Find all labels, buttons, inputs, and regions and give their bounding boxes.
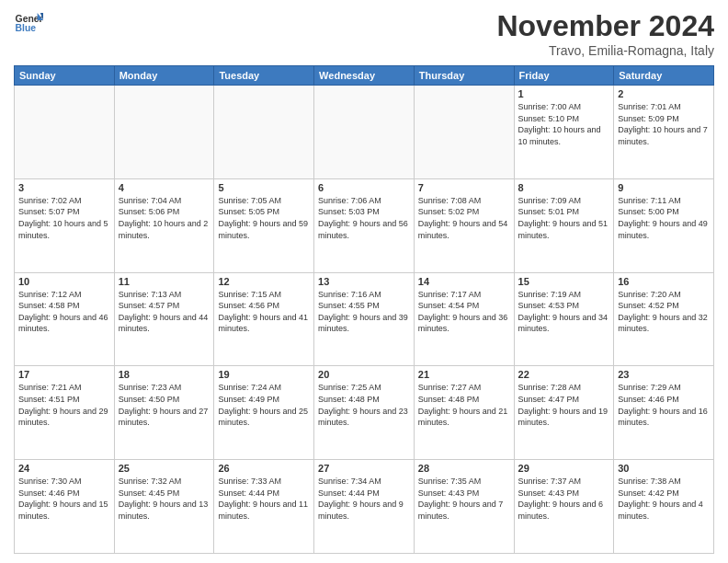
calendar-cell <box>15 86 115 179</box>
day-info: Sunrise: 7:13 AM Sunset: 4:57 PM Dayligh… <box>119 289 210 335</box>
calendar-table: SundayMondayTuesdayWednesdayThursdayFrid… <box>14 65 714 554</box>
calendar-cell: 3Sunrise: 7:02 AM Sunset: 5:07 PM Daylig… <box>15 178 115 272</box>
day-info: Sunrise: 7:24 AM Sunset: 4:49 PM Dayligh… <box>218 382 310 428</box>
calendar-cell: 2Sunrise: 7:01 AM Sunset: 5:09 PM Daylig… <box>614 86 714 179</box>
day-info: Sunrise: 7:02 AM Sunset: 5:07 PM Dayligh… <box>18 195 110 241</box>
week-row-2: 10Sunrise: 7:12 AM Sunset: 4:58 PM Dayli… <box>15 272 714 366</box>
day-number: 9 <box>618 182 710 193</box>
calendar-cell: 5Sunrise: 7:05 AM Sunset: 5:05 PM Daylig… <box>214 178 314 272</box>
calendar-cell: 30Sunrise: 7:38 AM Sunset: 4:42 PM Dayli… <box>614 460 714 554</box>
day-number: 30 <box>618 463 710 474</box>
day-number: 1 <box>518 88 610 99</box>
day-info: Sunrise: 7:05 AM Sunset: 5:05 PM Dayligh… <box>218 195 310 241</box>
week-row-3: 17Sunrise: 7:21 AM Sunset: 4:51 PM Dayli… <box>15 366 714 460</box>
day-info: Sunrise: 7:09 AM Sunset: 5:01 PM Dayligh… <box>518 195 610 241</box>
day-info: Sunrise: 7:12 AM Sunset: 4:58 PM Dayligh… <box>18 289 110 335</box>
location: Travo, Emilia-Romagna, Italy <box>496 43 714 58</box>
day-info: Sunrise: 7:30 AM Sunset: 4:46 PM Dayligh… <box>18 476 110 522</box>
calendar-cell: 9Sunrise: 7:11 AM Sunset: 5:00 PM Daylig… <box>614 178 714 272</box>
calendar-cell <box>114 86 214 179</box>
calendar-cell <box>414 86 514 179</box>
calendar-cell: 15Sunrise: 7:19 AM Sunset: 4:53 PM Dayli… <box>514 272 614 366</box>
day-info: Sunrise: 7:28 AM Sunset: 4:47 PM Dayligh… <box>518 382 610 428</box>
calendar-cell <box>314 86 415 179</box>
day-info: Sunrise: 7:11 AM Sunset: 5:00 PM Dayligh… <box>618 195 710 241</box>
calendar-cell: 16Sunrise: 7:20 AM Sunset: 4:52 PM Dayli… <box>614 272 714 366</box>
calendar-cell: 17Sunrise: 7:21 AM Sunset: 4:51 PM Dayli… <box>15 366 115 460</box>
logo-icon: General Blue <box>14 9 43 39</box>
day-number: 7 <box>418 182 510 193</box>
day-number: 20 <box>318 369 410 380</box>
day-number: 23 <box>618 369 710 380</box>
day-number: 2 <box>618 88 710 99</box>
day-number: 19 <box>218 369 310 380</box>
day-info: Sunrise: 7:27 AM Sunset: 4:48 PM Dayligh… <box>418 382 510 428</box>
day-info: Sunrise: 7:15 AM Sunset: 4:56 PM Dayligh… <box>218 289 310 335</box>
calendar-cell: 28Sunrise: 7:35 AM Sunset: 4:43 PM Dayli… <box>414 460 514 554</box>
week-row-1: 3Sunrise: 7:02 AM Sunset: 5:07 PM Daylig… <box>15 178 714 272</box>
header-area: General Blue November 2024 Travo, Emilia… <box>14 9 714 58</box>
weekday-header-thursday: Thursday <box>414 66 514 86</box>
day-number: 28 <box>418 463 510 474</box>
day-info: Sunrise: 7:23 AM Sunset: 4:50 PM Dayligh… <box>119 382 210 428</box>
title-block: November 2024 Travo, Emilia-Romagna, Ita… <box>496 9 714 58</box>
calendar-cell: 12Sunrise: 7:15 AM Sunset: 4:56 PM Dayli… <box>214 272 314 366</box>
day-info: Sunrise: 7:21 AM Sunset: 4:51 PM Dayligh… <box>18 382 110 428</box>
day-number: 26 <box>218 463 310 474</box>
calendar-cell: 8Sunrise: 7:09 AM Sunset: 5:01 PM Daylig… <box>514 178 614 272</box>
calendar-cell: 19Sunrise: 7:24 AM Sunset: 4:49 PM Dayli… <box>214 366 314 460</box>
calendar-cell: 18Sunrise: 7:23 AM Sunset: 4:50 PM Dayli… <box>114 366 214 460</box>
month-title: November 2024 <box>496 9 714 43</box>
day-info: Sunrise: 7:04 AM Sunset: 5:06 PM Dayligh… <box>119 195 210 241</box>
calendar-cell: 24Sunrise: 7:30 AM Sunset: 4:46 PM Dayli… <box>15 460 115 554</box>
weekday-header-friday: Friday <box>514 66 614 86</box>
day-number: 3 <box>18 182 110 193</box>
day-info: Sunrise: 7:20 AM Sunset: 4:52 PM Dayligh… <box>618 289 710 335</box>
day-info: Sunrise: 7:29 AM Sunset: 4:46 PM Dayligh… <box>618 382 710 428</box>
day-info: Sunrise: 7:38 AM Sunset: 4:42 PM Dayligh… <box>618 476 710 522</box>
day-info: Sunrise: 7:37 AM Sunset: 4:43 PM Dayligh… <box>518 476 610 522</box>
day-number: 12 <box>218 276 310 287</box>
day-info: Sunrise: 7:08 AM Sunset: 5:02 PM Dayligh… <box>418 195 510 241</box>
weekday-header-monday: Monday <box>114 66 214 86</box>
day-number: 10 <box>18 276 110 287</box>
page: General Blue November 2024 Travo, Emilia… <box>0 0 728 563</box>
day-number: 29 <box>518 463 610 474</box>
day-number: 22 <box>518 369 610 380</box>
calendar-cell: 13Sunrise: 7:16 AM Sunset: 4:55 PM Dayli… <box>314 272 415 366</box>
day-number: 11 <box>119 276 210 287</box>
calendar-cell: 10Sunrise: 7:12 AM Sunset: 4:58 PM Dayli… <box>15 272 115 366</box>
calendar-cell: 20Sunrise: 7:25 AM Sunset: 4:48 PM Dayli… <box>314 366 415 460</box>
calendar-cell: 11Sunrise: 7:13 AM Sunset: 4:57 PM Dayli… <box>114 272 214 366</box>
calendar-cell: 21Sunrise: 7:27 AM Sunset: 4:48 PM Dayli… <box>414 366 514 460</box>
day-number: 25 <box>119 463 210 474</box>
calendar-cell: 6Sunrise: 7:06 AM Sunset: 5:03 PM Daylig… <box>314 178 415 272</box>
day-number: 8 <box>518 182 610 193</box>
logo: General Blue <box>14 9 43 39</box>
calendar-cell: 22Sunrise: 7:28 AM Sunset: 4:47 PM Dayli… <box>514 366 614 460</box>
day-info: Sunrise: 7:32 AM Sunset: 4:45 PM Dayligh… <box>119 476 210 522</box>
calendar-cell: 29Sunrise: 7:37 AM Sunset: 4:43 PM Dayli… <box>514 460 614 554</box>
calendar-cell: 7Sunrise: 7:08 AM Sunset: 5:02 PM Daylig… <box>414 178 514 272</box>
day-info: Sunrise: 7:06 AM Sunset: 5:03 PM Dayligh… <box>318 195 410 241</box>
day-number: 14 <box>418 276 510 287</box>
day-info: Sunrise: 7:19 AM Sunset: 4:53 PM Dayligh… <box>518 289 610 335</box>
day-number: 5 <box>218 182 310 193</box>
day-number: 13 <box>318 276 410 287</box>
weekday-header-row: SundayMondayTuesdayWednesdayThursdayFrid… <box>15 66 714 86</box>
calendar-cell <box>214 86 314 179</box>
week-row-4: 24Sunrise: 7:30 AM Sunset: 4:46 PM Dayli… <box>15 460 714 554</box>
day-number: 4 <box>119 182 210 193</box>
day-info: Sunrise: 7:25 AM Sunset: 4:48 PM Dayligh… <box>318 382 410 428</box>
day-number: 16 <box>618 276 710 287</box>
weekday-header-saturday: Saturday <box>614 66 714 86</box>
day-info: Sunrise: 7:00 AM Sunset: 5:10 PM Dayligh… <box>518 101 610 147</box>
day-number: 15 <box>518 276 610 287</box>
day-number: 21 <box>418 369 510 380</box>
day-number: 18 <box>119 369 210 380</box>
svg-text:Blue: Blue <box>16 23 37 33</box>
day-number: 17 <box>18 369 110 380</box>
weekday-header-sunday: Sunday <box>15 66 115 86</box>
day-number: 27 <box>318 463 410 474</box>
calendar-cell: 26Sunrise: 7:33 AM Sunset: 4:44 PM Dayli… <box>214 460 314 554</box>
